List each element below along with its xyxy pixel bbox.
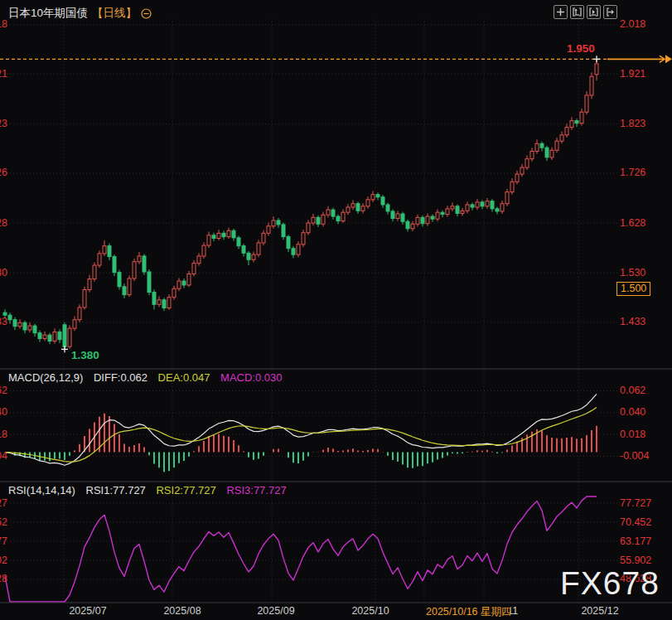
macd-axis-label-left: 0.018 bbox=[0, 429, 7, 441]
price-axis-label-left: 1.433 bbox=[0, 316, 7, 328]
x-axis-month-label: 2025/07 bbox=[69, 605, 106, 617]
rsi-axis-label: 70.452 bbox=[620, 516, 651, 529]
price-axis-label: 1.823 bbox=[620, 118, 645, 130]
price-axis-label: 1.628 bbox=[620, 217, 645, 230]
rsi-axis-label-left: 70.452 bbox=[0, 516, 7, 529]
rsi3-value: RSI3:77.727 bbox=[226, 484, 286, 496]
macd-axis-label: 0.018 bbox=[620, 429, 645, 441]
macd-diff-value: DIFF:0.062 bbox=[94, 371, 147, 384]
x-axis-month-label: 2025/09 bbox=[257, 605, 294, 617]
price-axis-label-left: 1.921 bbox=[0, 68, 7, 80]
highlighted-date-label: 2025/10/16 星期四 bbox=[426, 605, 510, 619]
macd-dea-value: DEA:0.047 bbox=[158, 371, 210, 384]
macd-axis-label: 0.062 bbox=[620, 385, 645, 397]
price-axis-label: 1.530 bbox=[620, 267, 645, 279]
pan-right-icon[interactable] bbox=[603, 5, 617, 19]
price-axis-label-left: 1.628 bbox=[0, 217, 7, 230]
fx678-watermark: FX678 bbox=[560, 565, 660, 602]
alert-price-axis-box[interactable]: 1.500 bbox=[616, 282, 650, 296]
macd-header: MACD(26,12,9) DIFF:0.062 DEA:0.047 MACD:… bbox=[8, 371, 290, 384]
macd-axis-label-left: 0.040 bbox=[0, 406, 7, 419]
rsi-axis-label-left: 55.902 bbox=[0, 555, 7, 567]
chart-window: 2.0182.0181.9211.9211.8231.8231.7261.726… bbox=[0, 0, 672, 620]
x-axis-month-label: 2025/08 bbox=[163, 605, 201, 617]
rsi-title: RSI(14,14,14) bbox=[8, 484, 75, 496]
chart-canvas[interactable] bbox=[0, 0, 672, 620]
axis-range-vertical-icon[interactable] bbox=[570, 5, 584, 19]
macd-hist-value: MACD:0.030 bbox=[220, 371, 282, 384]
macd-axis-label: -0.004 bbox=[620, 450, 649, 463]
macd-title: MACD(26,12,9) bbox=[8, 371, 83, 384]
rsi-axis-label: 77.727 bbox=[620, 497, 651, 510]
rsi-axis-label-left: 48.628 bbox=[0, 573, 7, 585]
price-axis-label-left: 1.530 bbox=[0, 267, 7, 279]
x-axis-month-label: 2025/10 bbox=[351, 605, 389, 617]
price-axis-label-left: 1.726 bbox=[0, 167, 7, 179]
marker-axis-icon[interactable] bbox=[587, 5, 601, 19]
macd-axis-label-left: -0.004 bbox=[0, 450, 7, 463]
chart-toolbar bbox=[554, 5, 617, 19]
rsi-axis-label-left: 63.177 bbox=[0, 535, 7, 548]
low-price-annotation: 1.380 bbox=[71, 349, 99, 361]
rsi-header: RSI(14,14,14) RSI1:77.727 RSI2:77.727 RS… bbox=[8, 484, 294, 496]
collapse-chart-icon[interactable] bbox=[141, 8, 152, 19]
rsi-axis-label-left: 77.727 bbox=[0, 497, 7, 510]
instrument-title: 日本10年期国债 bbox=[8, 6, 88, 21]
timeframe-label: 【日线】 bbox=[92, 6, 137, 21]
chart-title-row: 日本10年期国债 【日线】 bbox=[8, 6, 152, 21]
rsi-axis-label: 63.177 bbox=[620, 535, 651, 548]
price-axis-label-left: 2.018 bbox=[0, 18, 7, 31]
move-icon[interactable] bbox=[554, 5, 568, 19]
price-axis-label: 2.018 bbox=[620, 18, 645, 31]
price-axis-label: 1.921 bbox=[620, 68, 645, 80]
rsi1-value: RSI1:77.727 bbox=[86, 484, 146, 496]
price-axis-label-left: 1.823 bbox=[0, 118, 7, 130]
price-axis-label: 1.433 bbox=[620, 316, 645, 328]
high-price-annotation: 1.950 bbox=[567, 42, 595, 55]
price-axis-label: 1.726 bbox=[620, 167, 645, 179]
x-axis-month-label: 2025/12 bbox=[581, 605, 618, 617]
rsi2-value: RSI2:77.727 bbox=[156, 484, 215, 496]
macd-axis-label: 0.040 bbox=[620, 406, 645, 419]
macd-axis-label-left: 0.062 bbox=[0, 385, 7, 397]
